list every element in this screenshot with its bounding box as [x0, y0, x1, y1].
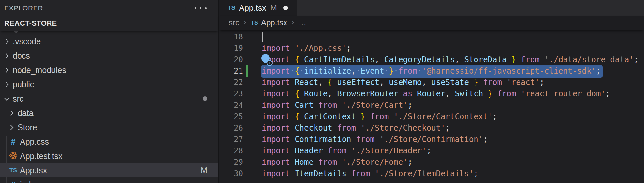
code-token — [290, 112, 295, 121]
code-token: , — [318, 78, 323, 87]
code-token — [346, 169, 351, 178]
tree-item-node-modules[interactable]: node_modules — [0, 63, 218, 77]
line-number[interactable]: 19 — [219, 43, 243, 54]
code-line-30[interactable]: 30import ItemDetails from './Store/ItemD… — [219, 168, 644, 179]
code-token: import — [262, 89, 290, 98]
tree-item--vscode[interactable]: .vscode — [0, 34, 218, 49]
tree-item-label: node_modules — [13, 65, 66, 75]
code-token: import — [262, 101, 290, 110]
code-token: Router — [417, 89, 446, 98]
tree-item-label: docs — [13, 51, 30, 61]
code-token — [427, 78, 431, 87]
tree-item-data[interactable]: data — [0, 106, 218, 120]
chevron-right-icon — [9, 111, 14, 115]
code-token: { — [328, 78, 332, 87]
breadcrumb-folder[interactable]: src — [229, 18, 239, 27]
line-number[interactable]: 26 — [219, 122, 243, 134]
code-token — [323, 146, 328, 155]
code-line-21[interactable]: 21import·{·initialize,·Event·}·from·'@ha… — [219, 65, 644, 77]
code-token — [492, 89, 497, 98]
ellipsis-icon[interactable] — [194, 6, 207, 11]
code-text: import Cart from './Store/Cart'; — [262, 100, 412, 111]
explorer-header: EXPLORER — [0, 0, 218, 16]
code-token: { — [295, 55, 299, 64]
line-number[interactable]: 28 — [219, 145, 243, 157]
code-token: ; — [408, 101, 412, 110]
gutter — [243, 54, 262, 65]
tree-item-label: App.tsx — [20, 166, 47, 175]
line-number[interactable]: 29 — [219, 157, 243, 168]
typescript-icon: TS — [227, 4, 235, 11]
explorer-sidebar: EXPLORER REACT-STORE .vscodedocsnode_mod… — [0, 0, 219, 183]
code-line-25[interactable]: 25import { CartContext } from './Store/C… — [219, 111, 644, 122]
code-token: ; — [474, 169, 478, 178]
line-number[interactable]: 22 — [219, 77, 243, 88]
code-token: { — [295, 66, 299, 76]
code-token: import — [262, 123, 290, 133]
breadcrumb-more[interactable]: … — [299, 18, 306, 27]
code-token — [290, 135, 295, 144]
tree-item-app-css[interactable]: #App.css — [0, 134, 218, 149]
code-text: import·{·initialize,·Event·}·from·'@harn… — [262, 65, 601, 77]
tree-item-src[interactable]: src — [0, 92, 218, 106]
code-line-27[interactable]: 27import Confirmation from './Store/Conf… — [219, 134, 644, 145]
lightbulb-autofix-icon[interactable] — [261, 54, 272, 65]
breadcrumb: src › TS App.tsx › … — [219, 16, 644, 30]
code-token — [516, 55, 520, 64]
code-token — [290, 55, 295, 64]
code-token: './App.css' — [295, 44, 346, 53]
tab-app-tsx[interactable]: TS App.tsx M — [219, 0, 297, 16]
chevron-right-glyph — [4, 67, 9, 73]
code-token: , — [446, 89, 450, 98]
git-modified-badge: M — [271, 3, 277, 12]
code-line-23[interactable]: 23import { Route, BrowserRouter as Route… — [219, 88, 644, 100]
gutter — [243, 111, 262, 122]
unsaved-dot-icon[interactable] — [283, 6, 288, 10]
code-line-19[interactable]: 19import './App.css'; — [219, 43, 644, 54]
tree-item-app-test-tsx[interactable]: App.test.tsx — [0, 149, 218, 163]
code-token: ; — [634, 55, 638, 64]
breadcrumb-file[interactable]: App.tsx — [261, 18, 287, 27]
line-number[interactable]: 20 — [219, 54, 243, 65]
code-token: import — [262, 169, 290, 178]
line-number[interactable]: 23 — [219, 88, 243, 100]
code-line-28[interactable]: 28import Header from './Store/Header'; — [219, 145, 644, 157]
line-number[interactable]: 18 — [219, 31, 243, 43]
tree-item-public[interactable]: public — [0, 77, 218, 92]
code-editor[interactable]: 1819import './App.css';20import { CartIt… — [219, 30, 644, 183]
git-modified-badge: M — [201, 166, 207, 175]
line-number[interactable]: 25 — [219, 111, 243, 122]
code-token: ; — [492, 112, 497, 121]
code-line-26[interactable]: 26import Checkout from './Store/Checkout… — [219, 122, 644, 134]
code-token: './Store/Confirmation' — [379, 135, 483, 144]
line-number[interactable]: 24 — [219, 100, 243, 111]
code-token: , — [328, 89, 332, 98]
line-number[interactable]: 21 — [219, 65, 243, 77]
code-line-22[interactable]: 22import React, { useEffect, useMemo, us… — [219, 77, 644, 88]
code-text: import { CartItemDetails, CategoryDetail… — [262, 54, 638, 65]
tree-item-store[interactable]: Store — [0, 120, 218, 134]
code-line-24[interactable]: 24import Cart from './Store/Cart'; — [219, 100, 644, 111]
tree-item-label: Store — [18, 123, 37, 132]
code-token: import — [262, 66, 290, 76]
chevron-right-icon — [4, 40, 9, 43]
tree-item-app-tsx[interactable]: TSApp.tsxM — [0, 163, 218, 177]
tree-item-index-css[interactable]: #index.css — [0, 177, 218, 183]
code-token: import — [262, 146, 290, 155]
code-token: from — [370, 112, 389, 121]
line-number[interactable]: 27 — [219, 134, 243, 145]
code-line-20[interactable]: 20import { CartItemDetails, CategoryDeta… — [219, 54, 644, 65]
project-section-header[interactable]: REACT-STORE — [0, 16, 218, 31]
code-token — [314, 158, 318, 167]
code-token: , — [455, 55, 459, 64]
chevron-right-glyph — [8, 110, 14, 116]
gutter — [243, 77, 262, 88]
code-line-18[interactable]: 18 — [219, 31, 644, 43]
code-token: from — [521, 55, 540, 64]
line-number[interactable]: 30 — [219, 168, 243, 179]
ts-file-icon: TS — [9, 167, 18, 173]
code-line-29[interactable]: 29import Home from './Store/Home'; — [219, 157, 644, 168]
gutter — [243, 31, 262, 43]
code-token: Event — [360, 66, 384, 76]
tree-item-docs[interactable]: docs — [0, 49, 218, 63]
